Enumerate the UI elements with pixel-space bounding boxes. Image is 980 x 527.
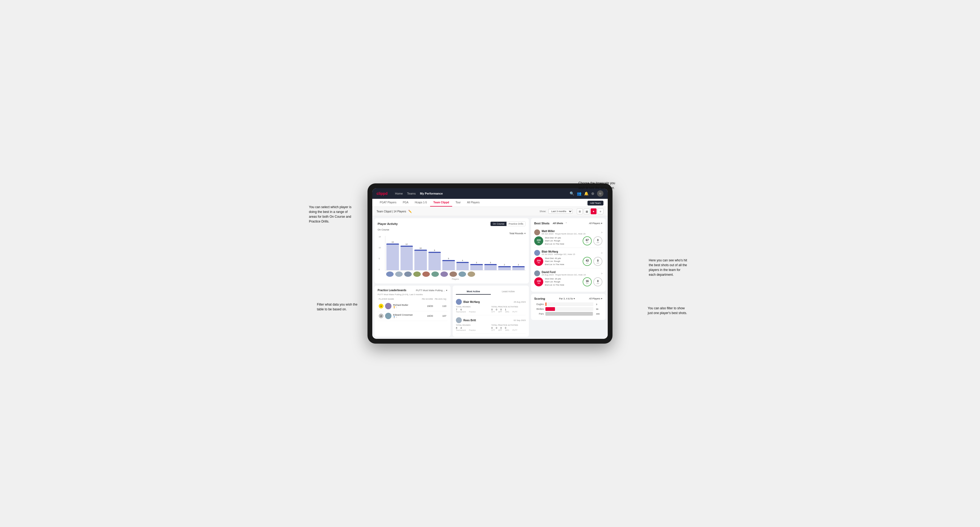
avatar-eebert[interactable] — [422, 271, 430, 277]
shot-item-bmcharg: Blair McHarg 23 Jul 2023 · Ashridge GC, … — [534, 248, 602, 268]
practice-leaderboards-card: Practice Leaderboards PUTT Must Make Put… — [374, 286, 450, 337]
users-icon[interactable]: 👥 — [577, 191, 581, 195]
avatar-mmiller[interactable] — [450, 271, 457, 277]
avatar-lrobertson[interactable] — [468, 271, 475, 277]
best-shots-header: Best Shots All Shots ▾ All Players ▾ — [534, 221, 602, 225]
bar-mmiller — [484, 264, 497, 270]
sub-nav-right: Add Team — [587, 200, 603, 205]
view-grid-small-button[interactable]: ⊞ — [577, 208, 583, 214]
best-shots-card: Best Shots All Shots ▾ All Players ▾ — [531, 218, 606, 292]
tab-least-active[interactable]: Least Active — [491, 289, 526, 295]
avatar-rbutler[interactable] — [441, 271, 448, 277]
shot-description-dford: Shot Dist: 16 ydsStart Lie: RoughEnd Lie… — [545, 277, 581, 286]
bar-group-obillingham: 4 — [457, 259, 469, 270]
all-players-dropdown[interactable]: All Players ▾ — [589, 222, 602, 225]
bar-ecrossman — [498, 266, 511, 270]
shot-player-detail-mmiller: 09 Jun 2023 · Royal North Devon GC, Hole… — [542, 233, 600, 235]
avatar[interactable]: U — [597, 190, 603, 197]
edit-icon[interactable]: ✏️ — [408, 210, 412, 213]
shot-arrow-mmiller[interactable]: › — [601, 230, 602, 234]
col-pb-avg: PB AVG SQ — [433, 298, 446, 300]
player-activity-rbritt: Rees Britt 02 Sep 2023 Total Rounds 8 4 — [456, 315, 526, 333]
scoring-card: Scoring Par 3, 4 & 5s ▾ All Players ▾ — [531, 294, 606, 320]
bell-icon[interactable]: 🔔 — [584, 191, 589, 195]
x-axis-label: Players — [385, 278, 526, 280]
shot-badge-dford: 198 SG — [534, 277, 543, 286]
pa-activities-sublabels: GTT APP ARG PUTT — [492, 311, 526, 313]
bar-group-bbritt: 12 — [401, 243, 413, 270]
shot-player-row-bmcharg: Blair McHarg 23 Jul 2023 · Ashridge GC, … — [534, 250, 602, 256]
tab-team-clippd[interactable]: Team Clippd — [430, 199, 452, 206]
on-course-toggle[interactable]: On Course — [490, 222, 506, 226]
practice-dropdown-label: PUTT Must Make Putting ... — [416, 289, 445, 292]
plus-circle-icon[interactable]: ⊕ — [591, 191, 594, 195]
shot-arrow-dford[interactable]: › — [601, 271, 602, 275]
on-course-label: On Course — [378, 229, 526, 231]
pa-header-rbritt: Rees Britt 02 Sep 2023 — [456, 317, 526, 323]
tab-pga[interactable]: PGA — [399, 199, 412, 206]
search-icon[interactable]: 🔍 — [570, 191, 574, 195]
shot-stat2-mmiller: 0 yds — [593, 237, 602, 245]
bar-lrobertson — [512, 266, 525, 270]
shot-player-info-bmcharg: Blair McHarg 23 Jul 2023 · Ashridge GC, … — [542, 250, 600, 256]
chart-container: 15 10 5 0 13 — [378, 236, 526, 280]
nav-link-myperformance[interactable]: My Performance — [420, 192, 443, 195]
avatar-obillingham[interactable] — [431, 271, 439, 277]
practice-dropdown[interactable]: PUTT Must Make Putting ... ▾ — [416, 289, 447, 292]
eagles-value: 3 — [596, 303, 602, 306]
tab-hcaps[interactable]: Hcaps 1-5 — [412, 199, 430, 206]
score-row-eagles: Eagles 3 — [534, 302, 602, 306]
scoring-players-label: All Players — [589, 297, 600, 300]
most-active-card: Most Active Least Active Blair McHarg 26… — [453, 286, 529, 337]
scoring-par-dropdown[interactable]: Par 3, 4 & 5s ▾ — [559, 297, 575, 300]
view-grid-button[interactable]: ▦ — [584, 208, 590, 214]
lb-name-rbutler: Richard Butler — [393, 304, 420, 306]
bar-bbritt — [401, 246, 413, 270]
lb-score-ecrossman: 18/20 — [420, 314, 433, 317]
nav-links: Home Teams My Performance — [395, 192, 564, 195]
shot-avatar-mmiller — [534, 229, 540, 235]
avatar-bmcharg[interactable] — [386, 271, 394, 277]
lb-avatar-ecrossman — [385, 313, 391, 319]
right-panel: Best Shots All Shots ▾ All Players ▾ — [531, 218, 606, 337]
all-shots-tab[interactable]: All Shots — [551, 221, 565, 225]
tab-most-active[interactable]: Most Active — [456, 289, 491, 295]
nav-link-home[interactable]: Home — [395, 192, 402, 195]
view-heart-button[interactable]: ♥ — [591, 208, 597, 214]
shot-player-name-mmiller: Matt Miller — [542, 230, 600, 233]
tab-pgat-players[interactable]: PGAT Players — [377, 199, 399, 206]
y-axis: 15 10 5 0 — [378, 236, 382, 270]
tab-all-players[interactable]: All Players — [464, 199, 483, 206]
pa-rounds-values: 7 6 — [456, 308, 490, 311]
avatar-dford[interactable] — [404, 271, 412, 277]
shot-stats-row-dford: 198 SG Shot Dist: 16 ydsStart Lie: Rough… — [534, 277, 602, 286]
sub-nav: PGAT Players PGA Hcaps 1-5 Team Clippd T… — [372, 199, 608, 207]
shot-player-name-bmcharg: Blair McHarg — [542, 250, 600, 253]
chart-dropdown-arrow[interactable]: ▾ — [524, 232, 526, 235]
add-team-button[interactable]: Add Team — [587, 201, 603, 205]
leaderboard-cols: PLAYER NAME PB SCORE PB AVG SQ — [378, 298, 447, 300]
y-label-10: 10 — [379, 247, 381, 249]
bar-group-bmcharg: 13 — [387, 241, 399, 270]
bar-rbutler — [470, 264, 483, 270]
show-select[interactable]: Last 3 months Last month Last 6 months L… — [548, 209, 573, 214]
avatar-bbritt[interactable] — [395, 271, 402, 277]
shot-arrow-bmcharg[interactable]: › — [601, 251, 602, 255]
chart-dropdown: Total Rounds ▾ — [378, 232, 526, 235]
practice-drills-toggle[interactable]: Practice Drills — [506, 222, 525, 226]
nav-link-teams[interactable]: Teams — [407, 192, 416, 195]
pa-date-rbritt: 02 Sep 2023 — [514, 319, 526, 322]
bar-group-dford: 10 — [414, 247, 427, 270]
shot-stat1-mmiller: 67 yds — [583, 237, 592, 245]
scoring-players-dropdown[interactable]: All Players ▾ — [589, 297, 602, 300]
eagles-bar-fill — [546, 302, 546, 306]
shot-player-info-mmiller: Matt Miller 09 Jun 2023 · Royal North De… — [542, 230, 600, 235]
bar-chart: 13 12 — [385, 236, 526, 270]
view-list-button[interactable]: ≡ — [598, 208, 603, 214]
shot-description-mmiller: Shot Dist: 67 ydsStart Lie: RoughEnd Lie… — [545, 237, 581, 245]
avatar-jcoles[interactable] — [413, 271, 421, 277]
pa-activities-group: Total Practice Activities 0 0 0 1 — [492, 306, 526, 313]
avatar-ecrossman[interactable] — [458, 271, 466, 277]
shot-avatar-dford — [534, 270, 540, 276]
tab-tour[interactable]: Tour — [452, 199, 464, 206]
